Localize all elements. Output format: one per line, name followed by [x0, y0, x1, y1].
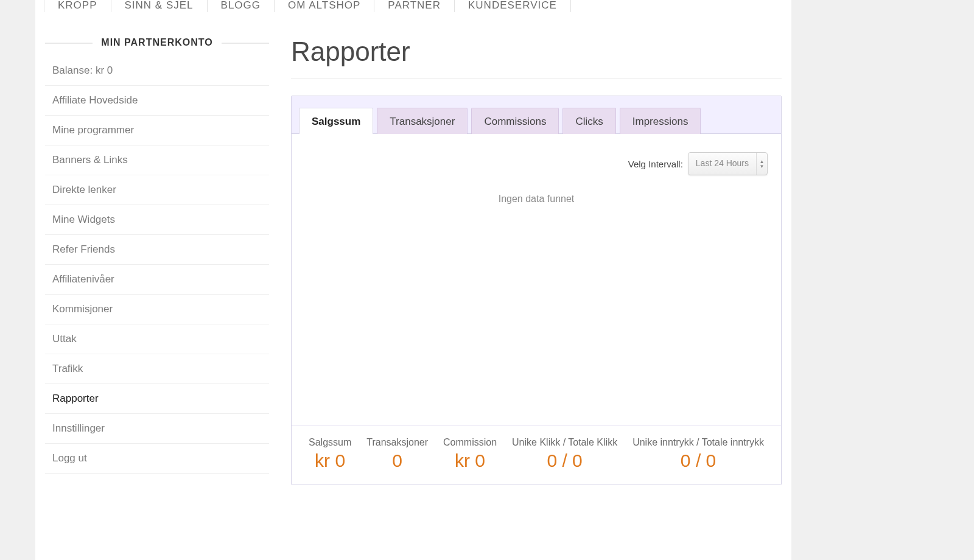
summary-label: Unike inntrykk / Totale inntrykk	[632, 437, 764, 448]
interval-select[interactable]: Last 24 Hours ▲▼	[688, 152, 768, 175]
sidebar-item-uttak[interactable]: Uttak	[45, 324, 269, 354]
sidebar-item-banners-links[interactable]: Banners & Links	[45, 145, 269, 175]
columns: MIN PARTNERKONTO Balanse: kr 0 Affiliate…	[35, 19, 791, 485]
nav-item-partner[interactable]: PARTNER	[374, 0, 455, 12]
tab-commissions[interactable]: Commissions	[471, 108, 559, 134]
report-panel: Salgssum Transaksjoner Commissions Click…	[291, 96, 782, 485]
sidebar-item-innstillinger[interactable]: Innstillinger	[45, 414, 269, 444]
summary-salgssum: Salgssum kr 0	[309, 437, 351, 471]
summary-label: Salgssum	[309, 437, 351, 448]
sidebar-item-refer-friends[interactable]: Refer Friends	[45, 235, 269, 265]
tab-row: Salgssum Transaksjoner Commissions Click…	[292, 96, 781, 134]
sidebar-item-logg-ut[interactable]: Logg ut	[45, 444, 269, 474]
summary-value: 0	[366, 450, 428, 471]
sidebar-item-affiliatenivaer[interactable]: Affiliatenivåer	[45, 265, 269, 295]
nav-item-kundeservice[interactable]: KUNDESERVICE	[455, 0, 571, 12]
sidebar-item-mine-programmer[interactable]: Mine programmer	[45, 116, 269, 145]
nav-item-om-altshop[interactable]: OM ALTSHOP	[275, 0, 374, 12]
summary-label: Unike Klikk / Totale Klikk	[512, 437, 617, 448]
top-nav: KROPP SINN & SJEL BLOGG OM ALTSHOP PARTN…	[35, 0, 791, 19]
chart-placeholder	[305, 205, 768, 421]
summary-value: 0 / 0	[512, 450, 617, 471]
summary-label: Commission	[443, 437, 497, 448]
tab-clicks[interactable]: Clicks	[562, 108, 615, 134]
summary-inntrykk: Unike inntrykk / Totale inntrykk 0 / 0	[632, 437, 764, 471]
summary-commission: Commission kr 0	[443, 437, 497, 471]
sidebar-item-balanse[interactable]: Balanse: kr 0	[45, 56, 269, 86]
tab-impressions[interactable]: Impressions	[620, 108, 701, 134]
sidebar-list: Balanse: kr 0 Affiliate Hovedside Mine p…	[45, 56, 269, 474]
tab-transaksjoner[interactable]: Transaksjoner	[377, 108, 468, 134]
sidebar-item-affiliate-hovedside[interactable]: Affiliate Hovedside	[45, 86, 269, 116]
sidebar-item-mine-widgets[interactable]: Mine Widgets	[45, 205, 269, 235]
sidebar: MIN PARTNERKONTO Balanse: kr 0 Affiliate…	[45, 37, 269, 485]
interval-row: Velg Intervall: Last 24 Hours ▲▼	[305, 152, 768, 175]
page-title: Rapporter	[291, 37, 782, 67]
no-data-message: Ingen data funnet	[305, 194, 768, 205]
sidebar-item-trafikk[interactable]: Trafikk	[45, 354, 269, 384]
main-content: Rapporter Salgssum Transaksjoner Commiss…	[291, 37, 782, 485]
title-rule	[291, 78, 782, 79]
sidebar-heading-wrap: MIN PARTNERKONTO	[45, 37, 269, 49]
sidebar-item-kommisjoner[interactable]: Kommisjoner	[45, 295, 269, 324]
interval-label: Velg Intervall:	[628, 159, 683, 169]
interval-select-value: Last 24 Hours	[688, 153, 756, 175]
tab-body: Velg Intervall: Last 24 Hours ▲▼ Ingen d…	[292, 134, 781, 425]
summary-klikk: Unike Klikk / Totale Klikk 0 / 0	[512, 437, 617, 471]
nav-item-sinn-sjel[interactable]: SINN & SJEL	[111, 0, 208, 12]
content-wrap: KROPP SINN & SJEL BLOGG OM ALTSHOP PARTN…	[35, 0, 791, 560]
nav-item-kropp[interactable]: KROPP	[44, 0, 111, 12]
sidebar-item-rapporter[interactable]: Rapporter	[45, 384, 269, 414]
summary-value: 0 / 0	[632, 450, 764, 471]
sidebar-item-direkte-lenker[interactable]: Direkte lenker	[45, 175, 269, 205]
summary-label: Transaksjoner	[366, 437, 428, 448]
summary-value: kr 0	[443, 450, 497, 471]
sidebar-heading: MIN PARTNERKONTO	[94, 37, 220, 48]
chevron-updown-icon: ▲▼	[756, 153, 767, 175]
summary-value: kr 0	[309, 450, 351, 471]
summary-transaksjoner: Transaksjoner 0	[366, 437, 428, 471]
summary-row: Salgssum kr 0 Transaksjoner 0 Commission…	[292, 425, 781, 485]
tab-salgssum[interactable]: Salgssum	[299, 108, 373, 134]
page-root: KROPP SINN & SJEL BLOGG OM ALTSHOP PARTN…	[0, 0, 974, 560]
nav-item-blogg[interactable]: BLOGG	[208, 0, 275, 12]
